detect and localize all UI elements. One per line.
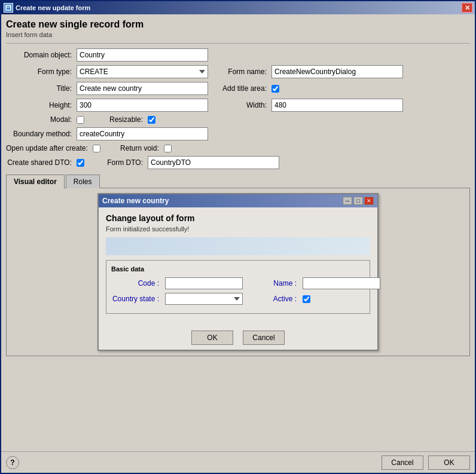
inner-active-check-group: [303, 295, 310, 303]
inner-title-bar: Create new country ─ □ ✕: [99, 194, 377, 207]
inner-code-name-row: Code : Name :: [111, 277, 365, 289]
inner-name-label: Name :: [249, 279, 297, 288]
form-type-row: Form type: CREATE Form name:: [6, 65, 470, 78]
inner-dialog-title: Create new country: [102, 197, 169, 205]
ok-button[interactable]: OK: [428, 455, 470, 470]
domain-object-input[interactable]: [77, 48, 208, 62]
separator: [6, 43, 470, 44]
inner-dialog-content: Change layout of form Form initialized s…: [99, 207, 377, 326]
modal-row: Modal: Resizable:: [6, 115, 470, 124]
add-title-area-checkbox[interactable]: [271, 85, 279, 93]
width-label: Width:: [213, 101, 267, 109]
form-dto-input[interactable]: [148, 156, 279, 169]
form-name-label: Form name:: [213, 68, 267, 76]
resizable-check-group: [148, 116, 155, 124]
open-update-row: Open update after create: Return void:: [6, 144, 470, 152]
title-bar: Create new update form ✕: [1, 1, 475, 14]
inner-dialog-buttons: OK Cancel: [99, 326, 377, 350]
return-void-check-group: [164, 145, 172, 152]
height-row: Height: Width:: [6, 99, 470, 112]
svg-rect-0: [6, 5, 11, 10]
inner-section-subtitle: Form initialized successfully!: [106, 225, 370, 233]
open-update-check-group: [93, 145, 100, 152]
window-icon: [4, 3, 13, 13]
tabs-header: Visual editor Roles: [6, 174, 470, 188]
return-void-checkbox[interactable]: [164, 145, 172, 152]
inner-basic-data-group: Basic data Code : Name : Country state :: [106, 260, 370, 314]
inner-section-title: Change layout of form: [106, 213, 370, 223]
subtitle: Insert form data: [6, 31, 470, 38]
inner-dialog: Create new country ─ □ ✕ Change layout o…: [97, 193, 379, 351]
form-type-label: Form type:: [6, 68, 72, 76]
inner-active-checkbox[interactable]: [303, 295, 310, 303]
inner-state-active-row: Country state : Active :: [111, 293, 365, 305]
domain-object-row: Domain object:: [6, 48, 470, 62]
inner-restore-button[interactable]: □: [353, 197, 363, 205]
close-button[interactable]: ✕: [462, 3, 472, 13]
inner-ok-button[interactable]: OK: [191, 331, 233, 345]
main-content: Create new single record form Insert for…: [1, 14, 475, 451]
create-shared-check-group: [77, 159, 84, 167]
form-type-select[interactable]: CREATE: [77, 65, 208, 78]
main-window: Create new update form ✕ Create new sing…: [0, 0, 476, 474]
return-void-label: Return void:: [105, 144, 159, 152]
create-shared-checkbox[interactable]: [77, 159, 84, 167]
title-input[interactable]: [77, 82, 208, 95]
form-fields: Domain object: Form type: CREATE Form na…: [6, 48, 470, 169]
inner-cancel-button[interactable]: Cancel: [243, 331, 285, 345]
resizable-label: Resizable:: [89, 115, 143, 124]
bottom-buttons: Cancel OK: [382, 455, 470, 470]
cancel-button[interactable]: Cancel: [382, 455, 423, 470]
form-dto-label: Form DTO:: [89, 158, 143, 167]
inner-code-label: Code :: [111, 279, 159, 288]
window-title: Create new update form: [16, 4, 462, 11]
title-row: Title: Add title area:: [6, 82, 470, 95]
modal-checkbox[interactable]: [77, 116, 84, 124]
tab-visual-editor[interactable]: Visual editor: [6, 175, 65, 188]
width-input[interactable]: [271, 99, 403, 112]
boundary-method-label: Boundary method:: [6, 130, 72, 138]
domain-object-label: Domain object:: [6, 51, 72, 59]
add-title-area-check-group: [271, 85, 279, 93]
height-input[interactable]: [77, 99, 208, 112]
open-update-label: Open update after create:: [6, 144, 88, 152]
create-shared-row: Create shared DTO: Form DTO:: [6, 156, 470, 169]
inner-gradient-decoration: [106, 237, 370, 255]
main-title: Create new single record form: [6, 19, 470, 30]
help-button[interactable]: ?: [6, 456, 19, 469]
modal-check-group: [77, 116, 84, 124]
title-field-label: Title:: [6, 84, 72, 93]
inner-minimize-button[interactable]: ─: [343, 197, 352, 205]
modal-label: Modal:: [6, 115, 72, 124]
tab-roles[interactable]: Roles: [66, 175, 100, 188]
inner-country-state-label: Country state :: [111, 295, 159, 303]
inner-close-button[interactable]: ✕: [364, 197, 374, 205]
inner-title-buttons: ─ □ ✕: [343, 197, 374, 205]
form-name-input[interactable]: [271, 65, 403, 78]
bottom-bar: ? Cancel OK: [1, 451, 475, 473]
height-label: Height:: [6, 101, 72, 109]
inner-name-input[interactable]: [303, 277, 380, 289]
inner-group-legend: Basic data: [111, 265, 365, 273]
inner-active-label: Active :: [249, 295, 297, 303]
tabs-container: Visual editor Roles Create new country ─…: [6, 174, 470, 356]
inner-code-input[interactable]: [165, 277, 243, 289]
boundary-method-input[interactable]: [77, 127, 208, 140]
resizable-checkbox[interactable]: [148, 116, 155, 124]
open-update-checkbox[interactable]: [93, 145, 100, 152]
create-shared-label: Create shared DTO:: [6, 158, 72, 167]
tab-content: Create new country ─ □ ✕ Change layout o…: [6, 188, 470, 356]
inner-country-state-select[interactable]: [165, 293, 243, 305]
add-title-area-label: Add title area:: [213, 84, 267, 93]
boundary-method-row: Boundary method:: [6, 127, 470, 140]
